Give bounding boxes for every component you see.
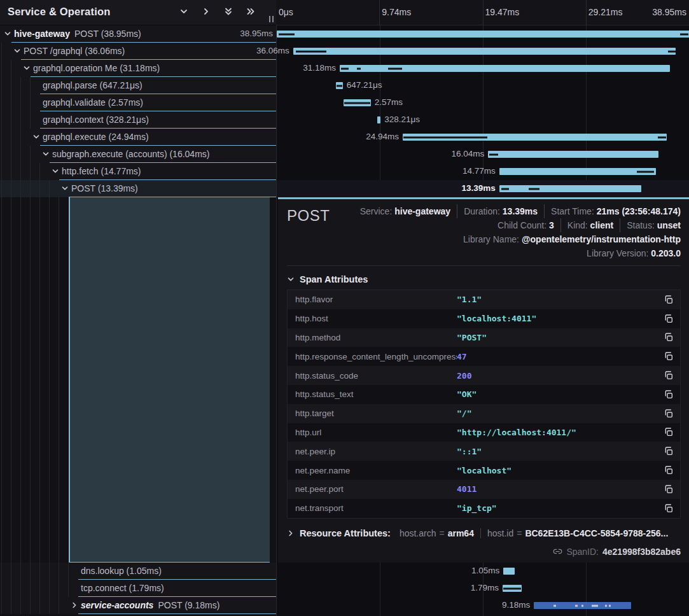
chevron-down-icon[interactable] — [4, 30, 11, 38]
copy-icon[interactable] — [664, 409, 674, 419]
indent-guide — [11, 129, 11, 146]
span-bar[interactable] — [503, 585, 522, 592]
operation-name: graphql.execute (24.94ms) — [43, 132, 149, 142]
span-bar[interactable] — [344, 99, 371, 106]
timeline-row[interactable]: 1.79ms — [277, 580, 689, 597]
trace-viewer: Service & Operation hive-gatewayPOST (38… — [0, 0, 689, 616]
indent-guide — [59, 563, 59, 580]
double-chevron-right-icon[interactable] — [244, 5, 257, 18]
copy-icon[interactable] — [664, 484, 674, 494]
copy-icon[interactable] — [664, 370, 674, 381]
link-icon[interactable] — [553, 547, 562, 556]
indent-guide — [1, 146, 2, 163]
timeline-row[interactable]: 14.77ms — [277, 163, 689, 180]
span-tree-row[interactable]: graphql.execute (24.94ms) — [0, 129, 276, 146]
operation-name: graphql.validate (2.57ms) — [43, 97, 143, 108]
span-attributes-toggle[interactable]: Span Attributes — [287, 272, 681, 286]
span-tree-row[interactable]: hive-gatewayPOST (38.95ms) — [0, 25, 276, 43]
span-bar[interactable] — [503, 568, 515, 575]
meta-label: Service: — [360, 206, 394, 216]
resource-attributes-toggle[interactable]: Resource Attributes:host.arch=arm64host.… — [287, 526, 681, 540]
child-span-marker — [680, 33, 688, 35]
span-tree-row[interactable]: http.fetch (14.77ms) — [0, 163, 276, 180]
indent-guide — [1, 60, 2, 77]
span-bar[interactable] — [277, 31, 689, 38]
chevron-down-icon[interactable] — [32, 133, 40, 141]
selected-span-detail-block — [69, 197, 270, 563]
span-id-row: SpanID: 4e21998f3b82abe6 — [287, 545, 681, 558]
chevron-down-icon[interactable] — [52, 167, 59, 175]
span-bar[interactable] — [499, 168, 656, 175]
span-tree-row[interactable]: dns.lookup (1.05ms) — [0, 563, 276, 580]
timeline-row[interactable]: 647.21μs — [277, 77, 689, 94]
span-tree-row[interactable]: POST (13.39ms) — [0, 180, 276, 197]
panel-resize-handle[interactable] — [268, 16, 274, 24]
span-bar[interactable] — [403, 134, 667, 141]
span-meta-line: Library Name: @opentelemetry/instrumenta… — [287, 232, 681, 246]
panel-title: Service & Operation — [8, 6, 111, 18]
timeline-row[interactable]: 38.95ms — [277, 25, 689, 43]
resource-attribute: host.id=BC62E13B-C4CC-5854-9788-256... — [480, 528, 674, 538]
indent-guide — [1, 197, 2, 563]
indent-guide — [1, 580, 2, 597]
chevron-down-icon[interactable] — [177, 5, 190, 18]
timeline-row[interactable]: 36.06ms — [277, 43, 689, 60]
timeline-row[interactable]: 16.04ms — [277, 146, 689, 163]
indent-guide — [1, 163, 2, 180]
meta-value: 21ms (23:56:48.174) — [597, 206, 681, 216]
span-tree-row[interactable]: POST /graphql (36.06ms) — [0, 43, 276, 60]
copy-icon[interactable] — [664, 314, 674, 324]
span-tree-row[interactable]: graphql.validate (2.57ms) — [0, 94, 276, 111]
chevron-down-icon[interactable] — [13, 47, 21, 55]
ruler-tick-label: 29.21ms — [588, 7, 623, 17]
span-tree-row[interactable]: subgraph.execute (accounts) (16.04ms) — [0, 146, 276, 163]
timeline-ruler[interactable]: 0μs9.74ms19.47ms29.21ms38.95ms — [276, 0, 689, 25]
timeline-row[interactable]: 2.57ms — [277, 94, 689, 111]
timeline-row[interactable]: 1.05ms — [277, 563, 689, 580]
copy-icon[interactable] — [664, 389, 674, 400]
timeline-row[interactable]: 13.39ms — [277, 180, 689, 197]
timeline-row[interactable]: 328.21μs — [277, 111, 689, 129]
timeline-row[interactable]: 24.94ms — [277, 129, 689, 146]
chevron-down-icon[interactable] — [61, 185, 69, 192]
attribute-row: net.transport"ip_tcp" — [288, 499, 680, 518]
copy-icon[interactable] — [664, 427, 674, 437]
operation-name: tcp.connect (1.79ms) — [81, 583, 164, 593]
service-name: hive-gateway — [14, 29, 70, 39]
span-bar[interactable] — [488, 151, 658, 158]
indent-guide — [1, 597, 2, 614]
indent-guide — [1, 180, 2, 197]
timeline-row[interactable]: 31.18ms — [277, 60, 689, 77]
chevron-right-icon[interactable] — [71, 601, 78, 609]
span-tree-row[interactable]: graphql.parse (647.21μs) — [0, 77, 276, 94]
span-bar[interactable] — [499, 185, 641, 192]
copy-icon[interactable] — [664, 351, 674, 361]
double-chevron-down-icon[interactable] — [222, 5, 235, 18]
span-tree-row[interactable]: service-accountsPOST (9.18ms) — [0, 597, 276, 614]
copy-icon[interactable] — [664, 465, 674, 475]
duration-label: 16.04ms — [452, 149, 485, 158]
copy-icon[interactable] — [664, 295, 674, 305]
span-tree-header: Service & Operation — [0, 0, 276, 25]
chevron-right-icon[interactable] — [200, 5, 212, 18]
duration-label: 2.57ms — [375, 97, 403, 107]
span-tree-row[interactable]: graphql.operation Me (31.18ms) — [0, 60, 276, 77]
chevron-down-icon[interactable] — [23, 64, 31, 72]
attribute-value: "/" — [457, 409, 664, 418]
copy-icon[interactable] — [664, 503, 674, 514]
child-span-marker — [575, 605, 578, 606]
span-tree-row[interactable]: tcp.connect (1.79ms) — [0, 580, 276, 597]
span-bar[interactable] — [340, 65, 670, 72]
span-bar[interactable] — [377, 116, 380, 123]
copy-icon[interactable] — [664, 446, 674, 456]
copy-icon[interactable] — [664, 332, 674, 342]
indent-guide — [30, 111, 31, 129]
span-bar[interactable] — [336, 82, 343, 89]
duration-label: 1.05ms — [471, 566, 499, 575]
chevron-down-icon[interactable] — [42, 150, 50, 158]
span-bar[interactable] — [534, 602, 631, 609]
timeline-row[interactable]: 9.18ms — [277, 597, 689, 614]
span-tree-row[interactable]: graphql.context (328.21μs) — [0, 111, 276, 129]
duration-label: 14.77ms — [463, 166, 496, 176]
span-bar[interactable] — [293, 48, 676, 55]
